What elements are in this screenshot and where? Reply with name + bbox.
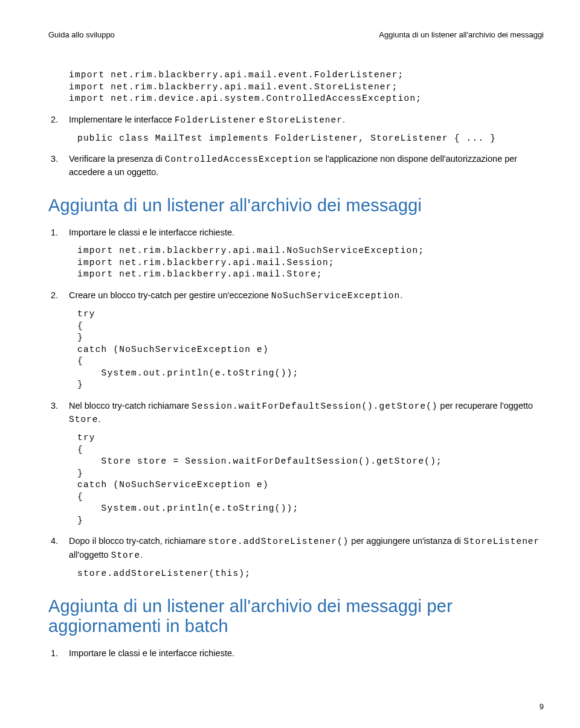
step2-4-text-a: Dopo il blocco try-catch, richiamare bbox=[69, 536, 208, 546]
code-class-mailtest: public class MailTest implements FolderL… bbox=[77, 133, 544, 145]
step-2: Implementare le interfacce FolderListene… bbox=[60, 113, 544, 145]
step2-4-text-g: . bbox=[140, 550, 143, 560]
code-inline-storelistener: StoreListener bbox=[266, 115, 343, 125]
page-number: 9 bbox=[540, 702, 544, 711]
steps-list-2: Importare le classi e le interfacce rich… bbox=[48, 226, 544, 580]
step3-1: Importare le classi e le interfacce rich… bbox=[60, 647, 544, 660]
page-header: Guida allo sviluppo Aggiunta di un liste… bbox=[48, 30, 544, 39]
code-inline-controlledaccessexception: ControlledAccessException bbox=[165, 155, 312, 164]
step2-1-text: Importare le classi e le interfacce rich… bbox=[69, 226, 544, 239]
step2-3-text-a: Nel blocco try-catch richiamare bbox=[69, 401, 192, 410]
step-3: Verificare la presenza di ControlledAcce… bbox=[60, 153, 544, 179]
code-addstorelistener: store.addStoreListener(this); bbox=[77, 568, 544, 580]
code-trycatch-2: try { Store store = Session.waitForDefau… bbox=[77, 432, 544, 527]
header-right: Aggiunta di un listener all'archivio dei… bbox=[379, 30, 544, 39]
step2-4-text-c: per aggiungere un'istanza di bbox=[349, 536, 463, 546]
code-imports-2: import net.rim.blackberry.api.mail.NoSuc… bbox=[77, 245, 544, 281]
heading-aggiunta-listener-batch: Aggiunta di un listener all'archivio dei… bbox=[48, 596, 544, 636]
step2-4-text-e: all'oggetto bbox=[69, 550, 111, 560]
step-2-text-c: e bbox=[257, 115, 266, 124]
code-inline-storelistener-2: StoreListener bbox=[463, 537, 540, 546]
step-2-text-e: . bbox=[343, 115, 345, 124]
code-inline-nosuchserviceexception: NoSuchServiceException bbox=[271, 291, 400, 301]
code-inline-store: Store bbox=[69, 415, 98, 424]
step2-1: Importare le classi e le interfacce rich… bbox=[60, 226, 544, 281]
step2-2-text-c: . bbox=[400, 290, 402, 300]
code-inline-waitfordefault: Session.waitForDefaultSession().getStore… bbox=[192, 401, 437, 411]
step2-2-text-a: Creare un blocco try-catch per gestire u… bbox=[69, 290, 271, 300]
steps-list-3: Importare le classi e le interfacce rich… bbox=[48, 647, 544, 660]
code-imports-top: import net.rim.blackberry.api.mail.event… bbox=[69, 69, 544, 105]
step3-1-text: Importare le classi e le interfacce rich… bbox=[69, 647, 544, 660]
header-left: Guida allo sviluppo bbox=[48, 30, 115, 39]
step2-4: Dopo il blocco try-catch, richiamare sto… bbox=[60, 535, 544, 580]
code-trycatch-1: try { } catch (NoSuchServiceException e)… bbox=[77, 308, 544, 391]
code-inline-folderlistener: FolderListener bbox=[175, 115, 257, 125]
step2-3-text-c: per recuperare l'oggetto bbox=[438, 401, 533, 410]
page-container: Guida allo sviluppo Aggiunta di un liste… bbox=[0, 0, 580, 728]
step-3-text-a: Verificare la presenza di bbox=[69, 154, 165, 164]
step2-3: Nel blocco try-catch richiamare Session.… bbox=[60, 400, 544, 527]
step2-2: Creare un blocco try-catch per gestire u… bbox=[60, 289, 544, 391]
step2-3-text-e: . bbox=[98, 414, 101, 424]
code-inline-store-2: Store bbox=[111, 551, 141, 560]
code-inline-addstorelistener: store.addStoreListener() bbox=[208, 537, 349, 546]
heading-aggiunta-listener: Aggiunta di un listener all'archivio dei… bbox=[48, 196, 544, 216]
step-2-text-a: Implementare le interfacce bbox=[69, 115, 175, 124]
steps-list-1: Implementare le interfacce FolderListene… bbox=[48, 113, 544, 179]
